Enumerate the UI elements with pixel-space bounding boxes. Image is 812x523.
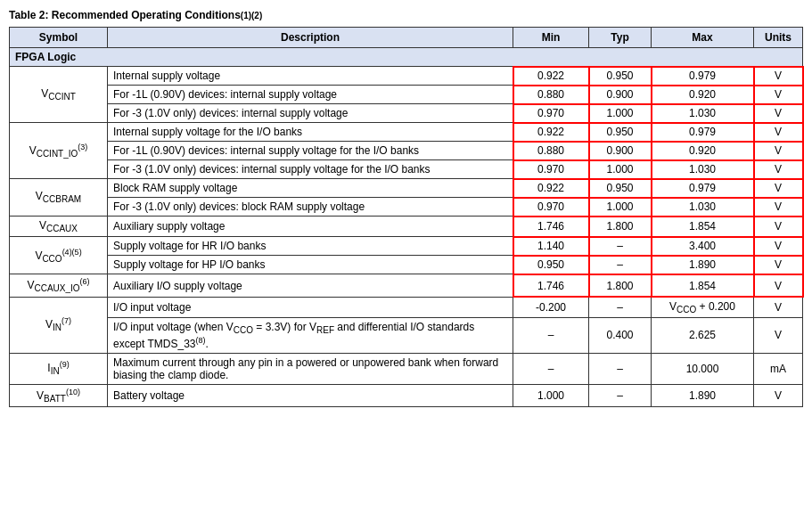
table-row: For -1L (0.90V) devices: internal supply… (10, 86, 803, 104)
symbol-cell: VBATT(10) (10, 384, 108, 406)
description-cell: Internal supply voltage (108, 67, 513, 86)
typ-cell: 0.950 (589, 67, 652, 86)
typ-cell: 0.900 (589, 86, 652, 104)
min-cell: 1.746 (513, 274, 589, 297)
min-cell: 0.970 (513, 104, 589, 123)
max-cell: VCCO + 0.200 (652, 297, 754, 317)
typ-cell: – (589, 256, 652, 274)
min-cell: 0.922 (513, 179, 589, 198)
description-cell: For -3 (1.0V only) devices: internal sup… (108, 104, 513, 123)
table-row: IIN(9)Maximum current through any pin in… (10, 353, 803, 384)
symbol-cell: VCCAUX_IO(6) (10, 274, 108, 297)
table-row: For -3 (1.0V only) devices: internal sup… (10, 160, 803, 179)
description-cell: Block RAM supply voltage (108, 179, 513, 198)
table-row: VBATT(10)Battery voltage1.000–1.890V (10, 384, 803, 406)
symbol-cell: VCCAUX (10, 217, 108, 237)
units-cell: V (754, 318, 803, 353)
max-cell: 1.030 (652, 160, 754, 179)
typ-cell: 0.950 (589, 123, 652, 142)
min-cell: 0.880 (513, 86, 589, 104)
table-caption: Table 2: Recommended Operating Condition… (9, 9, 803, 21)
header-description: Description (108, 28, 513, 48)
description-cell: Auxiliary I/O supply voltage (108, 274, 513, 297)
units-cell: V (754, 179, 803, 198)
table-row: VCCO(4)(5)Supply voltage for HR I/O bank… (10, 237, 803, 256)
max-cell: 1.030 (652, 104, 754, 123)
max-cell: 0.920 (652, 142, 754, 160)
description-cell: For -1L (0.90V) devices: internal supply… (108, 86, 513, 104)
header-min: Min (513, 28, 589, 48)
min-cell: – (513, 353, 589, 384)
header-typ: Typ (589, 28, 652, 48)
table-header-row: Symbol Description Min Typ Max Units (10, 28, 803, 48)
max-cell: 1.890 (652, 384, 754, 406)
min-cell: 1.140 (513, 237, 589, 256)
units-cell: V (754, 86, 803, 104)
recommended-operating-conditions-table: Symbol Description Min Typ Max Units FPG… (9, 27, 803, 407)
typ-cell: 1.000 (589, 198, 652, 217)
min-cell: 0.922 (513, 67, 589, 86)
table-row: I/O input voltage (when VCCO = 3.3V) for… (10, 318, 803, 353)
description-cell: For -1L (0.90V) devices: internal supply… (108, 142, 513, 160)
symbol-cell: VCCINT_IO(3) (10, 123, 108, 179)
description-cell: I/O input voltage (108, 297, 513, 317)
min-cell: 0.970 (513, 198, 589, 217)
typ-cell: 0.950 (589, 179, 652, 198)
description-cell: Battery voltage (108, 384, 513, 406)
units-cell: V (754, 104, 803, 123)
units-cell: V (754, 256, 803, 274)
description-cell: For -3 (1.0V only) devices: block RAM su… (108, 198, 513, 217)
header-units: Units (754, 28, 803, 48)
symbol-cell: VCCINT (10, 67, 108, 123)
typ-cell: – (589, 353, 652, 384)
typ-cell: – (589, 384, 652, 406)
description-cell: Supply voltage for HP I/O banks (108, 256, 513, 274)
typ-cell: 1.000 (589, 104, 652, 123)
table-row: For -3 (1.0V only) devices: block RAM su… (10, 198, 803, 217)
units-cell: V (754, 237, 803, 256)
max-cell: 1.854 (652, 217, 754, 237)
section-header-row: FPGA Logic (10, 48, 803, 67)
typ-cell: 1.800 (589, 274, 652, 297)
units-cell: V (754, 67, 803, 86)
min-cell: 0.950 (513, 256, 589, 274)
max-cell: 0.979 (652, 179, 754, 198)
units-cell: mA (754, 353, 803, 384)
header-max: Max (652, 28, 754, 48)
table-row: For -1L (0.90V) devices: internal supply… (10, 142, 803, 160)
table-row: VCCINT_IO(3)Internal supply voltage for … (10, 123, 803, 142)
description-cell: Internal supply voltage for the I/O bank… (108, 123, 513, 142)
max-cell: 3.400 (652, 237, 754, 256)
min-cell: – (513, 318, 589, 353)
description-cell: I/O input voltage (when VCCO = 3.3V) for… (108, 318, 513, 353)
min-cell: 0.880 (513, 142, 589, 160)
table-row: VCCBRAMBlock RAM supply voltage0.9220.95… (10, 179, 803, 198)
min-cell: 1.000 (513, 384, 589, 406)
table-row: VCCAUXAuxiliary supply voltage1.7461.800… (10, 217, 803, 237)
units-cell: V (754, 198, 803, 217)
units-cell: V (754, 142, 803, 160)
units-cell: V (754, 297, 803, 317)
units-cell: V (754, 274, 803, 297)
max-cell: 1.854 (652, 274, 754, 297)
min-cell: 0.970 (513, 160, 589, 179)
table-row: Supply voltage for HP I/O banks0.950–1.8… (10, 256, 803, 274)
max-cell: 0.920 (652, 86, 754, 104)
typ-cell: 0.400 (589, 318, 652, 353)
max-cell: 0.979 (652, 123, 754, 142)
max-cell: 2.625 (652, 318, 754, 353)
table-row: VCCINTInternal supply voltage0.9220.9500… (10, 67, 803, 86)
min-cell: 0.922 (513, 123, 589, 142)
symbol-cell: IIN(9) (10, 353, 108, 384)
symbol-cell: VIN(7) (10, 297, 108, 353)
units-cell: V (754, 217, 803, 237)
units-cell: V (754, 384, 803, 406)
typ-cell: 0.900 (589, 142, 652, 160)
table-row: VIN(7)I/O input voltage-0.200–VCCO + 0.2… (10, 297, 803, 317)
typ-cell: – (589, 297, 652, 317)
description-cell: Maximum current through any pin in a pow… (108, 353, 513, 384)
description-cell: Auxiliary supply voltage (108, 217, 513, 237)
min-cell: -0.200 (513, 297, 589, 317)
typ-cell: – (589, 237, 652, 256)
max-cell: 10.000 (652, 353, 754, 384)
